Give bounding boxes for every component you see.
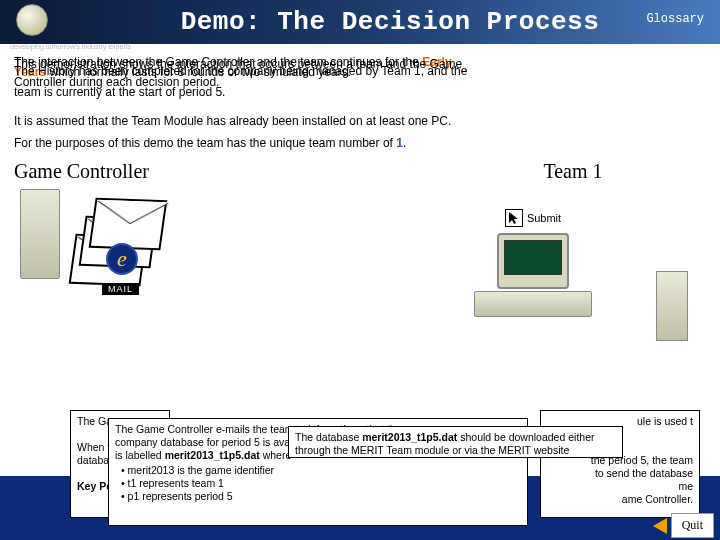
intro-line6: team is currently at the start of period… xyxy=(14,86,704,99)
info-box-download: The database merit2013_t1p5.dat should b… xyxy=(288,426,623,458)
box3-filename: merit2013_t1p5.dat xyxy=(362,431,457,443)
cursor-icon xyxy=(505,209,523,227)
keyboard-icon xyxy=(474,291,592,317)
box4-line: to send the database xyxy=(547,467,693,480)
box4-line: ame Controller. xyxy=(547,493,693,506)
footer-area: The Gam When th database Key Poi ule is … xyxy=(0,410,720,540)
logo-area xyxy=(0,0,60,44)
mail-group: e MAIL xyxy=(68,189,168,339)
pc-tower-icon xyxy=(656,271,688,341)
quit-button[interactable]: Quit xyxy=(671,513,714,538)
para-demo-a: For the purposes of this demo the team h… xyxy=(14,136,396,150)
box2-filename: merit2013_t1p5.dat xyxy=(165,449,260,461)
game-controller-column: Game Controller e MAIL xyxy=(14,160,360,378)
box3-line: The database xyxy=(295,431,362,443)
submit-label: Submit xyxy=(527,212,561,224)
box2-line: is labelled xyxy=(115,449,165,461)
box4-line: me xyxy=(547,480,693,493)
box2-bullet: • merit2013 is the game identifier xyxy=(121,464,521,477)
submit-button[interactable]: Submit xyxy=(505,209,561,227)
mail-label: MAIL xyxy=(102,283,139,295)
box2-line: where xyxy=(260,449,292,461)
globe-icon xyxy=(16,4,48,36)
header-bar: Demo: The Decision Process Glossary xyxy=(0,0,720,44)
envelope-icon xyxy=(89,198,168,250)
glossary-link[interactable]: Glossary xyxy=(646,12,704,26)
page-title: Demo: The Decision Process xyxy=(60,7,720,37)
team-title: Team 1 xyxy=(360,160,706,183)
box2-bullet: • p1 represents period 5 xyxy=(121,490,521,503)
team-number-one: 1 xyxy=(396,136,403,150)
team-column: Team 1 Submit xyxy=(360,160,706,378)
email-badge-icon: e xyxy=(106,243,138,275)
monitor-icon xyxy=(497,233,569,289)
intro-overlapping-text: The interaction between the Game Control… xyxy=(14,56,706,106)
back-arrow-icon[interactable] xyxy=(653,518,667,534)
tagline-text: developing tomorrow's industry experts xyxy=(0,43,720,50)
box2-line: company database for period 5 is ava xyxy=(115,436,290,448)
gc-title: Game Controller xyxy=(14,160,360,183)
para-demo-c: . xyxy=(403,136,406,150)
pc-tower-icon xyxy=(20,189,60,279)
box2-bullet: • t1 represents team 1 xyxy=(121,477,521,490)
para-assumed: It is assumed that the Team Module has a… xyxy=(14,114,706,128)
